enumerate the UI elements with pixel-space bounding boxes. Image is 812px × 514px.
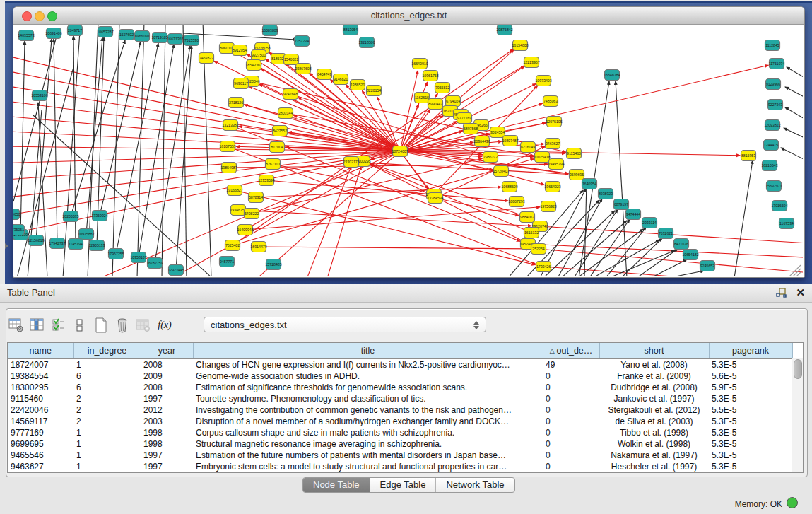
graph-node[interactable]: 10653287	[97, 27, 113, 37]
table-cell[interactable]: 0	[543, 393, 599, 404]
table-cell[interactable]: 2	[73, 393, 141, 404]
graph-node[interactable]: 16914479	[250, 242, 266, 252]
table-row[interactable]: 946362711997Embryonic stem cells: a mode…	[8, 461, 792, 472]
table-cell[interactable]: 49	[543, 359, 599, 371]
table-cell[interactable]: Tourette syndrome. Phenomenology and cla…	[193, 393, 543, 404]
graph-node[interactable]: 8815953	[741, 151, 756, 161]
graph-node[interactable]: 13384594	[427, 193, 443, 204]
graph-node[interactable]: 7463822	[199, 53, 214, 64]
table-cell[interactable]: Investigating the contribution of common…	[193, 404, 543, 416]
graph-node[interactable]: 1735061	[13, 225, 25, 235]
graph-node[interactable]: 18724007	[392, 146, 408, 157]
graph-node[interactable]: 17957255	[107, 249, 124, 259]
table-cell[interactable]: 1998	[141, 427, 193, 438]
network-canvas[interactable]: 1403557320691406204971710653287152760269…	[13, 25, 803, 276]
graph-node[interactable]: 1112845	[765, 40, 780, 51]
graph-node[interactable]: 2803144	[278, 108, 293, 119]
table-cell[interactable]: 0	[543, 427, 599, 438]
table-cell[interactable]: 18724007	[8, 359, 73, 371]
table-row[interactable]: 1938455462009Genome-wide association stu…	[8, 370, 792, 382]
table-row[interactable]: 1872400712008Changes of HCN gene express…	[8, 359, 792, 371]
table-cell[interactable]: 5.5E-5	[709, 404, 792, 416]
graph-node[interactable]: 16210643	[761, 160, 777, 171]
network-window[interactable]: citations_edges.txt 14035573206914062049…	[13, 6, 805, 278]
table-cell[interactable]: 2	[73, 404, 141, 416]
graph-node[interactable]: 9245652	[700, 261, 715, 271]
graph-node[interactable]: 1527602	[119, 30, 134, 40]
graph-node[interactable]: 20206535	[62, 211, 78, 222]
close-panel-icon[interactable]: ✕	[796, 286, 805, 299]
table-cell[interactable]: 2	[73, 416, 141, 427]
table-row[interactable]: 911546021997Tourette syndrome. Phenomeno…	[8, 393, 792, 404]
graph-node[interactable]: 8471676	[674, 239, 689, 250]
graph-node[interactable]: 8813054	[343, 25, 358, 35]
table-cell[interactable]: 0	[543, 370, 599, 382]
table-cell[interactable]: Changes of HCN gene expression and I(f) …	[193, 359, 543, 371]
graph-node[interactable]: 1615132	[524, 228, 539, 238]
graph-node[interactable]: 19854987	[220, 163, 237, 173]
graph-node[interactable]: 17016504	[771, 201, 787, 211]
show-columns-checklist-icon[interactable]	[49, 317, 68, 334]
table-row[interactable]: 969969511998Structural magnetic resonanc…	[8, 438, 792, 450]
graph-node[interactable]: 1244415	[764, 140, 779, 151]
graph-node[interactable]: 20691406	[45, 28, 61, 39]
new-table-icon[interactable]	[92, 317, 110, 334]
graph-node[interactable]: 8427552	[273, 126, 288, 136]
graph-node[interactable]: 6794024	[446, 96, 461, 107]
table-header-row[interactable]: namein_degreeyeartitle△out_de…shortpager…	[8, 343, 792, 359]
graph-node[interactable]: 15720407	[493, 166, 509, 177]
graph-node[interactable]: 8220154	[367, 86, 382, 96]
table-cell[interactable]: Genome-wide association studies in ADHD.	[193, 370, 543, 382]
graph-node[interactable]: 6897568	[464, 124, 478, 134]
column-header[interactable]: short	[599, 343, 709, 359]
graph-node[interactable]: 7955812	[435, 83, 450, 93]
graph-node[interactable]: 7515530	[184, 35, 199, 46]
graph-node[interactable]: 6879197	[614, 199, 629, 210]
graph-node[interactable]: 1388520	[351, 80, 365, 90]
graph-node[interactable]: 25160650	[13, 209, 20, 220]
graph-node[interactable]: 10807487	[502, 136, 518, 146]
graph-node[interactable]: 1733426	[536, 262, 551, 272]
table-cell[interactable]: 9115460	[8, 393, 73, 404]
graph-node[interactable]: 20876842	[496, 25, 512, 35]
column-header[interactable]: pagerank	[709, 343, 792, 359]
table-cell[interactable]: 18300295	[8, 382, 73, 393]
graph-node[interactable]: 7986372	[483, 152, 498, 163]
graph-node[interactable]: 20364436	[473, 136, 490, 147]
table-cell[interactable]: 1998	[141, 438, 193, 450]
graph-node[interactable]: 1167534	[779, 218, 794, 229]
table-cell[interactable]: 9699695	[8, 438, 73, 450]
graph-node[interactable]: 9227343	[768, 100, 783, 110]
delete-table-icon[interactable]	[134, 317, 153, 334]
table-cell[interactable]: 9463627	[8, 461, 73, 472]
graph-node[interactable]: 8990443	[428, 99, 443, 110]
graph-node[interactable]: 19166827	[226, 185, 242, 196]
graph-node[interactable]: 9884067	[520, 212, 535, 223]
graph-node[interactable]: 7625402	[225, 240, 240, 251]
table-cell[interactable]: 2009	[141, 370, 193, 382]
table-cell[interactable]: 5.9E-5	[709, 382, 792, 393]
table-row[interactable]: 1830029562008Estimation of significance …	[8, 382, 792, 393]
graph-node[interactable]: 16640910	[411, 59, 428, 69]
graph-node[interactable]: 12156819	[28, 235, 44, 246]
table-cell[interactable]: 2012	[141, 404, 193, 416]
graph-node[interactable]: 9457771	[220, 257, 235, 267]
graph-node[interactable]: 8267110	[266, 159, 281, 170]
float-panel-icon[interactable]	[776, 288, 787, 298]
graph-node[interactable]: 17942737	[49, 238, 65, 249]
table-cell[interactable]: 9777169	[8, 427, 73, 438]
graph-node[interactable]: 15692971	[765, 181, 782, 192]
graph-node[interactable]: 19495794	[548, 159, 564, 170]
graph-node[interactable]: 6966160	[135, 31, 150, 42]
table-cell[interactable]: 0	[543, 404, 599, 416]
graph-node[interactable]: 23302175	[343, 157, 359, 168]
graph-node[interactable]: 16107553	[219, 141, 235, 152]
graph-node[interactable]: 6216049	[521, 142, 536, 153]
graph-node[interactable]: 9699695	[570, 170, 584, 180]
table-scrollbar[interactable]	[792, 358, 803, 472]
graph-node[interactable]: 10688609	[501, 182, 517, 192]
graph-node[interactable]: 7632621	[659, 228, 673, 239]
graph-node[interactable]: 9242848	[283, 89, 298, 100]
table-cell[interactable]: 0	[543, 450, 599, 461]
citation-network-graph[interactable]: 1403557320691406204971710653287152760269…	[13, 25, 803, 276]
